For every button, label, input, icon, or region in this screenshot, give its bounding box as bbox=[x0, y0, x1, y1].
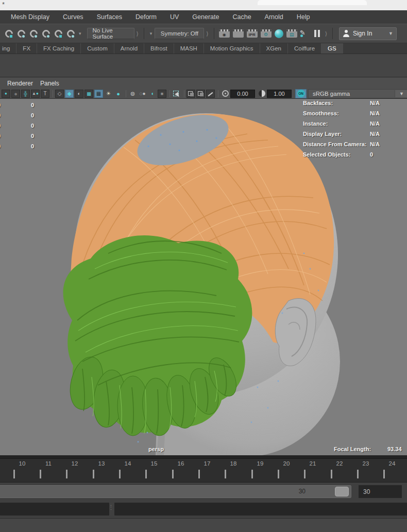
lighting-icon[interactable]: ☀ bbox=[104, 90, 113, 98]
menu-cache[interactable]: Cache bbox=[226, 11, 258, 23]
shelf-tab-motion-graphics[interactable]: Motion Graphics bbox=[204, 43, 260, 54]
view-transform-dropdown[interactable]: sRGB gamma ▼ bbox=[308, 89, 407, 98]
exposure-icon[interactable] bbox=[222, 90, 229, 97]
image-plane-front-icon[interactable] bbox=[186, 90, 195, 98]
ipr-render-icon[interactable]: IPR bbox=[247, 29, 258, 38]
isolate-select-icon[interactable] bbox=[172, 90, 181, 98]
bookmarks-icon[interactable]: ▲● bbox=[31, 90, 40, 98]
hypershade-icon[interactable] bbox=[275, 29, 283, 38]
menu-deform[interactable]: Deform bbox=[129, 11, 163, 23]
shelf-tab-fx[interactable]: FX bbox=[16, 43, 37, 54]
depth-of-field-icon[interactable]: ◌● bbox=[138, 90, 147, 98]
motion-blur-icon[interactable]: ◍ bbox=[128, 90, 137, 98]
view-transform-arrow-icon[interactable]: ▼ bbox=[395, 90, 407, 97]
frame-tick bbox=[383, 470, 385, 478]
symmetry-field[interactable]: Symmetry: Off bbox=[155, 28, 204, 39]
shelf-tab-fx-caching[interactable]: FX Caching bbox=[37, 43, 81, 54]
frame-label: 12 bbox=[67, 460, 82, 467]
shelf-tab-bifrost[interactable]: Bifrost bbox=[144, 43, 174, 54]
divider bbox=[144, 28, 144, 39]
shelf-tab-custom[interactable]: Custom bbox=[81, 43, 114, 54]
paint-effects-icon[interactable]: ✎ bbox=[300, 29, 310, 38]
frame-label: 23 bbox=[358, 460, 374, 467]
shaded-mode-icon[interactable]: ◆ bbox=[65, 90, 74, 98]
camera-attributes-icon[interactable]: ╬ bbox=[21, 90, 30, 98]
frame-label: 15 bbox=[146, 460, 162, 467]
shaded-textured-icon[interactable]: ◐ bbox=[75, 90, 83, 98]
panel-menu-panels[interactable]: Panels bbox=[40, 80, 59, 87]
select-camera-icon[interactable]: ● bbox=[2, 90, 10, 98]
animation-end-field[interactable]: 30 bbox=[359, 485, 402, 498]
gamma-field[interactable]: 1.00 bbox=[267, 90, 292, 98]
menu-mesh-display[interactable]: Mesh Display bbox=[4, 11, 56, 23]
screen-space-ao-icon[interactable]: ■ bbox=[158, 90, 166, 98]
menu-help[interactable]: Help bbox=[290, 11, 317, 23]
textured-mode-icon[interactable]: ▩ bbox=[84, 90, 93, 98]
shelf-tab-mash[interactable]: MASH bbox=[174, 43, 204, 54]
render-current-frame-icon[interactable] bbox=[233, 29, 244, 38]
section-expand-icon[interactable]: ⟩ bbox=[206, 30, 208, 37]
menu-curves[interactable]: Curves bbox=[56, 11, 90, 23]
snap-to-grid-icon[interactable] bbox=[3, 28, 13, 39]
frame-tick bbox=[198, 470, 200, 478]
divider bbox=[218, 90, 218, 97]
live-surface-field[interactable]: No Live Surface bbox=[87, 28, 134, 39]
divider bbox=[332, 28, 333, 39]
shelf-tab-gs[interactable]: GS bbox=[321, 43, 343, 54]
lock-camera-icon[interactable]: ● bbox=[11, 90, 20, 98]
shelf-tab-coiffure[interactable]: Coiffure bbox=[288, 43, 321, 54]
shelf-tab-xgen[interactable]: XGen bbox=[260, 43, 288, 54]
frame-tick bbox=[331, 470, 332, 478]
divider bbox=[214, 28, 214, 39]
sign-in-button[interactable]: Sign In ▼ bbox=[339, 27, 397, 40]
panel-menu-renderer[interactable]: Renderer bbox=[7, 80, 33, 87]
shelf-tab-arnold[interactable]: Arnold bbox=[114, 43, 144, 54]
render-settings-icon[interactable]: ⚙ bbox=[261, 29, 272, 38]
image-plane-back-icon[interactable] bbox=[196, 90, 205, 98]
command-line-result bbox=[114, 503, 407, 516]
frame-tick bbox=[278, 470, 279, 478]
range-slider-bar[interactable]: 30 bbox=[0, 485, 351, 498]
shelf-tab-ing[interactable]: ing bbox=[0, 43, 16, 54]
sign-in-dropdown-arrow-icon[interactable]: ▼ bbox=[388, 31, 393, 36]
sign-in-label: Sign In bbox=[353, 30, 388, 37]
wireframe-mode-icon[interactable]: ◇ bbox=[55, 90, 64, 98]
frame-tick bbox=[66, 470, 67, 478]
symmetry-dropdown-arrow-icon[interactable]: ▾ bbox=[150, 31, 152, 36]
section-expand-icon[interactable]: ⟩ bbox=[325, 30, 327, 37]
range-slider-row: 30 30 bbox=[0, 483, 407, 500]
exposure-field[interactable]: 0.00 bbox=[230, 90, 255, 98]
pause-viewport-icon[interactable] bbox=[314, 30, 320, 37]
time-slider[interactable]: 10 11 12 13 14 15 16 17 18 19 20 21 22 2… bbox=[0, 459, 407, 483]
color-management-toggle[interactable]: ON bbox=[295, 89, 307, 98]
gamma-icon[interactable] bbox=[259, 90, 265, 97]
snap-dropdown-arrow-icon[interactable]: ▾ bbox=[79, 31, 81, 36]
shadows-icon[interactable]: ● bbox=[114, 90, 123, 98]
menu-generate[interactable]: Generate bbox=[185, 11, 226, 23]
menu-uv[interactable]: UV bbox=[163, 11, 185, 23]
use-default-material-icon[interactable]: ▦ bbox=[94, 90, 103, 98]
open-render-view-icon[interactable]: ◉ bbox=[219, 29, 230, 38]
frame-label: 13 bbox=[94, 460, 109, 467]
text-hud-icon[interactable]: T bbox=[41, 90, 49, 98]
frame-tick bbox=[13, 470, 15, 478]
make-live-icon[interactable] bbox=[65, 28, 75, 39]
frame-label: 22 bbox=[332, 460, 347, 467]
render-setup-icon[interactable]: ▤ bbox=[286, 29, 297, 38]
anti-alias-icon[interactable]: ◖ bbox=[148, 90, 157, 98]
command-line-input[interactable] bbox=[0, 503, 109, 516]
frame-tick bbox=[251, 470, 253, 478]
menu-arnold[interactable]: Arnold bbox=[258, 11, 290, 23]
snap-to-point-icon[interactable] bbox=[28, 28, 38, 39]
viewport-3d[interactable]: 00000 00000 Backfaces:N/A Smoothness:N/A… bbox=[0, 99, 407, 455]
hud-selected-objects: Selected Objects:0 bbox=[303, 151, 406, 158]
snap-to-projected-center-icon[interactable] bbox=[40, 28, 50, 39]
section-expand-icon[interactable]: ⟩ bbox=[137, 30, 139, 37]
command-line-splitter[interactable]: ∶· bbox=[110, 505, 113, 511]
grease-pencil-icon[interactable] bbox=[206, 90, 215, 98]
snap-to-view-plane-icon[interactable] bbox=[53, 28, 63, 39]
range-end-handle[interactable] bbox=[335, 487, 349, 496]
window-titlebar: * bbox=[0, 0, 407, 10]
menu-surfaces[interactable]: Surfaces bbox=[90, 11, 129, 23]
snap-to-curve-icon[interactable] bbox=[15, 28, 26, 39]
